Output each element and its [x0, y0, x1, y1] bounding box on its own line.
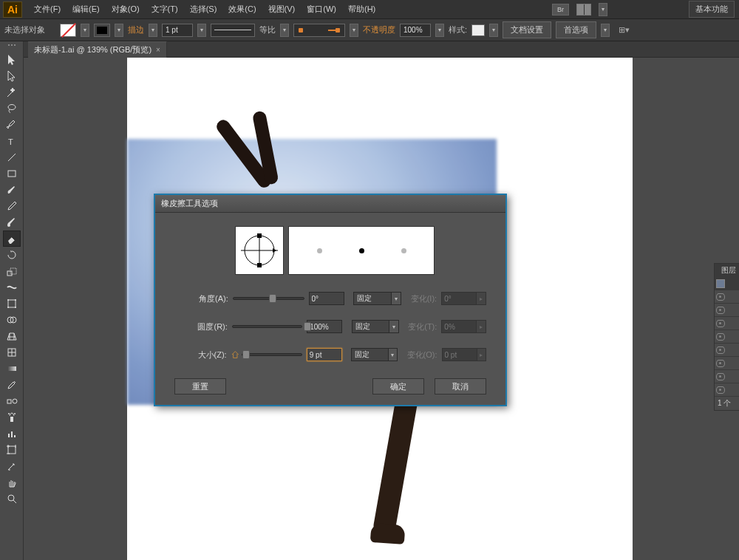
- stroke-dropdown[interactable]: ▾: [115, 24, 123, 37]
- pen-tool[interactable]: [3, 117, 21, 133]
- size-mode-dropdown[interactable]: ▾: [389, 348, 398, 361]
- layer-row[interactable]: [715, 357, 739, 370]
- arrange-docs-button[interactable]: [576, 4, 591, 16]
- style-dropdown[interactable]: ▾: [489, 24, 498, 37]
- magic-wand-tool[interactable]: [3, 84, 21, 100]
- menu-type[interactable]: 文字(T): [146, 1, 184, 18]
- layer-row[interactable]: [715, 290, 739, 304]
- angle-input[interactable]: [309, 292, 344, 305]
- opacity-input[interactable]: [400, 24, 431, 37]
- size-slider[interactable]: [242, 353, 302, 356]
- menu-view[interactable]: 视图(V): [262, 1, 302, 18]
- scale-tool[interactable]: [3, 263, 21, 279]
- layer-row[interactable]: [715, 277, 739, 290]
- pencil-tool[interactable]: [3, 198, 21, 214]
- zoom-tool[interactable]: [3, 491, 21, 507]
- preferences-button[interactable]: 首选项: [556, 21, 596, 38]
- cancel-button[interactable]: 取消: [435, 378, 486, 395]
- style-swatch[interactable]: [471, 24, 485, 36]
- visibility-icon[interactable]: [716, 386, 725, 394]
- layer-row[interactable]: [715, 304, 739, 317]
- angle-mode-select[interactable]: 固定: [353, 292, 392, 305]
- shape-builder-tool[interactable]: [3, 312, 21, 328]
- stroke-weight-input[interactable]: [162, 24, 193, 37]
- menu-object[interactable]: 对象(O): [106, 1, 146, 18]
- mesh-tool[interactable]: [3, 344, 21, 361]
- type-tool[interactable]: T: [3, 133, 21, 149]
- rectangle-tool[interactable]: [3, 165, 21, 182]
- stroke-weight-dropdown[interactable]: ▾: [197, 24, 206, 37]
- symbol-sprayer-tool[interactable]: [3, 409, 21, 426]
- stroke-swatch[interactable]: [94, 24, 110, 37]
- brush-preview[interactable]: [293, 24, 345, 37]
- slice-tool[interactable]: [3, 458, 21, 474]
- perspective-grid-tool[interactable]: [3, 328, 21, 344]
- opacity-label[interactable]: 不透明度: [363, 24, 395, 35]
- eyedropper-tool[interactable]: [3, 377, 21, 393]
- visibility-icon[interactable]: [716, 307, 725, 314]
- visibility-icon[interactable]: [716, 360, 725, 367]
- hand-tool[interactable]: [3, 474, 21, 491]
- size-mode-select[interactable]: 固定: [351, 348, 389, 361]
- width-tool[interactable]: [3, 279, 21, 296]
- stroke-stepper[interactable]: ▾: [149, 24, 157, 37]
- visibility-icon[interactable]: [716, 333, 725, 341]
- column-graph-tool[interactable]: [3, 426, 21, 442]
- visibility-icon[interactable]: [716, 373, 725, 380]
- direct-selection-tool[interactable]: [3, 68, 21, 84]
- angle-label: 角度(A):: [174, 293, 228, 304]
- bridge-button[interactable]: Br: [552, 4, 569, 16]
- roundness-input[interactable]: [307, 320, 342, 333]
- visibility-icon[interactable]: [716, 293, 725, 301]
- lasso-tool[interactable]: [3, 100, 21, 117]
- ok-button[interactable]: 确定: [372, 378, 424, 395]
- fill-dropdown[interactable]: ▾: [81, 24, 89, 37]
- roundness-mode-select[interactable]: 固定: [352, 320, 389, 333]
- size-input[interactable]: [307, 348, 342, 361]
- eraser-tool[interactable]: [3, 231, 21, 247]
- profile-preview[interactable]: [211, 24, 255, 37]
- workspace-switcher[interactable]: 基本功能: [689, 1, 735, 18]
- menu-edit[interactable]: 编辑(E): [67, 1, 106, 18]
- visibility-icon[interactable]: [716, 346, 725, 354]
- visibility-icon[interactable]: [716, 320, 725, 327]
- free-transform-tool[interactable]: [3, 296, 21, 312]
- opacity-dropdown[interactable]: ▾: [435, 24, 444, 37]
- dialog-title-bar[interactable]: 橡皮擦工具选项: [155, 195, 505, 213]
- menu-file[interactable]: 文件(F): [28, 1, 67, 18]
- menu-effect[interactable]: 效果(C): [222, 1, 262, 18]
- brush-dropdown[interactable]: ▾: [350, 24, 358, 37]
- angle-slider[interactable]: [233, 297, 304, 300]
- document-tab[interactable]: 未标题-1.ai @ 139% (RGB/预览) ×: [28, 41, 167, 58]
- stroke-label[interactable]: 描边: [128, 24, 144, 35]
- arrange-docs-dropdown[interactable]: ▾: [599, 3, 607, 16]
- roundness-mode-dropdown[interactable]: ▾: [389, 320, 399, 333]
- layers-panel-collapsed[interactable]: 图层 1 个: [714, 263, 739, 411]
- gradient-tool[interactable]: [3, 361, 21, 377]
- profile-dropdown[interactable]: ▾: [280, 24, 289, 37]
- menu-window[interactable]: 窗口(W): [301, 1, 342, 18]
- selection-tool[interactable]: [3, 52, 21, 68]
- artboard-tool[interactable]: [3, 442, 21, 458]
- blob-brush-tool[interactable]: [3, 214, 21, 231]
- prefs-dropdown[interactable]: ▾: [601, 24, 610, 37]
- fill-swatch[interactable]: [60, 24, 76, 37]
- menu-select[interactable]: 选择(S): [184, 1, 223, 18]
- layer-row[interactable]: [715, 330, 739, 344]
- rotate-tool[interactable]: [3, 247, 21, 263]
- document-setup-button[interactable]: 文档设置: [503, 21, 551, 38]
- menu-help[interactable]: 帮助(H): [342, 1, 381, 18]
- tools-grip[interactable]: [1, 44, 22, 49]
- layer-row[interactable]: [715, 370, 739, 383]
- transform-icon[interactable]: ⊞▾: [619, 25, 630, 35]
- layer-row[interactable]: [715, 383, 739, 397]
- blend-tool[interactable]: [3, 393, 21, 409]
- paintbrush-tool[interactable]: [3, 182, 21, 198]
- angle-mode-dropdown[interactable]: ▾: [392, 292, 401, 305]
- layer-row[interactable]: [715, 344, 739, 357]
- layer-row[interactable]: [715, 317, 739, 330]
- roundness-slider[interactable]: [232, 325, 302, 328]
- tab-close-icon[interactable]: ×: [156, 46, 160, 54]
- line-tool[interactable]: [3, 149, 21, 165]
- reset-button[interactable]: 重置: [174, 378, 226, 395]
